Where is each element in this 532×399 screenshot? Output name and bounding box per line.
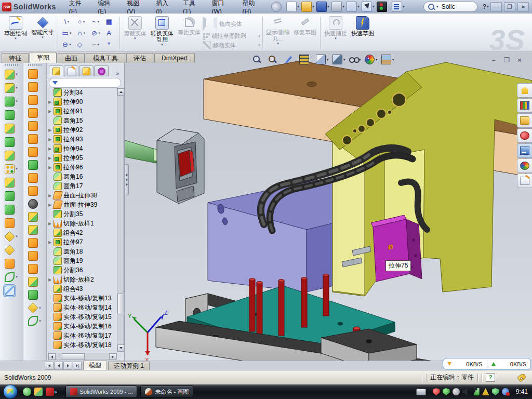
tab-scroll-left-button[interactable] [54,362,63,370]
surface-tool-button[interactable]: ▼ [28,184,42,197]
chevron-down-icon[interactable]: ▼ [486,5,489,8]
taskbar-window-button[interactable]: SolidWorks 2009 - ... [65,385,138,398]
title-tool-button[interactable]: ▼ [316,2,331,12]
tree-item[interactable]: ▶ 切除-放样2 [48,275,117,284]
surface-tool-button[interactable]: ▼ [28,119,42,132]
minimize-button[interactable]: – [490,2,502,12]
expand-arrow-icon[interactable]: ▶ [48,165,52,170]
sketch-entity-button[interactable]: ~ ▼ [89,16,103,28]
surface-tool-button[interactable]: ▼ [28,94,42,107]
surface-tool-button[interactable]: ▼ [28,132,42,145]
sketch-entity-button[interactable]: ▦ ▼ [103,16,118,28]
defender-icon[interactable] [492,388,499,395]
chevron-down-icon[interactable]: ▼ [327,5,330,8]
tree-item[interactable]: ▶ 组合42 [48,228,117,237]
tree-item[interactable]: ▶ 圆角17 [48,181,117,191]
feature-tool-button[interactable]: ▼ [5,108,18,122]
graphics-viewport[interactable]: ø [125,52,532,361]
surface-tool-button[interactable]: ▼ [28,210,42,223]
expand-arrow-icon[interactable]: ▶ [48,221,52,226]
tree-item[interactable]: ▶ 组合43 [48,284,117,294]
ribbon-tab[interactable]: 模具工具 [86,53,125,63]
chevron-down-icon[interactable]: ▼ [15,235,18,238]
messenger-status-icon[interactable] [502,388,509,395]
feature-tool-button[interactable]: ▼ [5,149,18,162]
tree-item[interactable]: ▶ 实体-移动/复制15 [48,312,117,322]
chevron-down-icon[interactable]: ▼ [97,20,100,23]
expand-arrow-icon[interactable]: ▶ [48,156,52,161]
model-magenta-slide-block[interactable] [371,215,422,282]
chevron-down-icon[interactable]: ▼ [15,73,18,76]
surface-tool-button[interactable]: ▼ [28,314,42,327]
feature-tool-button[interactable]: ▼ [5,284,18,297]
chevron-down-icon[interactable]: ▼ [38,320,42,323]
chevron-down-icon[interactable]: ▼ [98,32,101,35]
rapid-sketch-button[interactable]: 快速草图 [349,15,376,51]
doc-minimize-button[interactable]: – [489,56,498,64]
tree-item[interactable]: ▶ 分割36 [48,265,117,275]
headsup-tool-button[interactable]: ▼ [381,55,395,64]
scroll-left-button[interactable] [48,353,56,360]
surface-tool-button[interactable]: ▼ [28,171,42,184]
scroll-thumb[interactable] [62,353,85,360]
tree-item[interactable]: ▶ 圆角19 [48,256,117,265]
display-delete-relations-button[interactable]: 显示/删除几...▼ [264,15,291,51]
tree-item[interactable]: ▶ 圆角16 [48,172,117,181]
tree-item[interactable]: ▶ 拉伸95 [48,153,117,163]
sketch-entity-button[interactable]: \ ▼ [60,16,74,28]
feature-tool-button[interactable]: ▼ [5,135,18,149]
chevron-down-icon[interactable]: ▼ [297,5,300,8]
tag-icon[interactable] [517,373,527,382]
doc-restore-button[interactable]: ❐ [502,56,511,64]
tree-item[interactable]: ▶ 分割35 [48,209,117,219]
task-pane-tab[interactable] [517,98,532,113]
quick-launch-icon[interactable] [46,388,54,396]
feature-tool-button[interactable]: ▼ [5,122,18,135]
model-slide-clamp[interactable] [157,129,204,204]
wireless-icon[interactable] [472,388,480,395]
smart-dimension-button[interactable]: 智能尺寸▼ [29,15,56,51]
feature-tool-button[interactable]: ▼ [5,81,18,95]
mirror-entities-button[interactable]: 镜向实体 [203,17,261,31]
tree-item[interactable]: ▶ 实体-移动/复制14 [48,303,117,312]
title-tool-button[interactable]: ▼ [331,2,346,12]
sketch-entity-button[interactable]: ⊖ ▼ [60,39,74,50]
title-tool-button[interactable]: ▼ [271,2,286,12]
input-method-icon[interactable] [416,389,426,395]
headsup-tool-button[interactable]: ▼ [316,55,329,64]
chevron-down-icon[interactable]: ▼ [326,58,329,61]
ribbon-tab[interactable]: DimXpert [154,53,195,63]
network-speed-widget[interactable]: 0KB/S 0KB/S [443,358,531,370]
help-button[interactable]: ? [483,3,486,10]
tree-item[interactable]: ▶ 实体-移动/复制17 [48,331,117,340]
tree-item[interactable]: ▶ 曲面-拉伸39 [48,200,117,209]
surface-tool-button[interactable]: ▼ [28,81,42,94]
expand-arrow-icon[interactable]: ▶ [48,128,52,132]
chevron-down-icon[interactable]: ▼ [15,167,18,170]
task-pane-tab[interactable] [517,143,532,158]
manager-tab[interactable] [64,65,78,76]
tree-item[interactable]: ▶ 拉伸92 [48,125,117,135]
title-tool-button[interactable]: ▼ [362,2,376,12]
network-warning-icon[interactable] [482,388,489,395]
chevron-down-icon[interactable]: ▼ [83,32,86,35]
surface-tool-button[interactable]: ▼ [28,301,42,314]
feature-tool-button[interactable]: ▼ [5,189,18,203]
model-canvas[interactable]: ø [125,52,532,361]
quick-tips-button[interactable]: ? [486,373,495,382]
feature-tool-button[interactable]: ▼ [5,68,18,81]
doc-close-button[interactable]: × [515,56,524,64]
feature-tool-button[interactable]: ▼ [5,162,18,176]
surface-tool-button[interactable]: ▼ [28,158,42,171]
task-pane-tab[interactable] [517,158,532,173]
chevron-down-icon[interactable]: ▼ [15,275,18,278]
scroll-right-button[interactable] [109,353,116,360]
task-pane-tab[interactable] [517,128,532,143]
feature-tool-button[interactable]: ▼ [5,176,18,189]
sketch-entity-button[interactable]: ▭ ▼ [60,28,74,39]
surface-tool-button[interactable]: ▼ [28,145,42,158]
chevron-down-icon[interactable]: ▼ [15,100,18,103]
security-alert-icon[interactable] [433,388,440,395]
surface-tool-button[interactable]: ▼ [28,197,42,210]
tree-item[interactable]: ▶ 实体-移动/复制16 [48,322,117,331]
